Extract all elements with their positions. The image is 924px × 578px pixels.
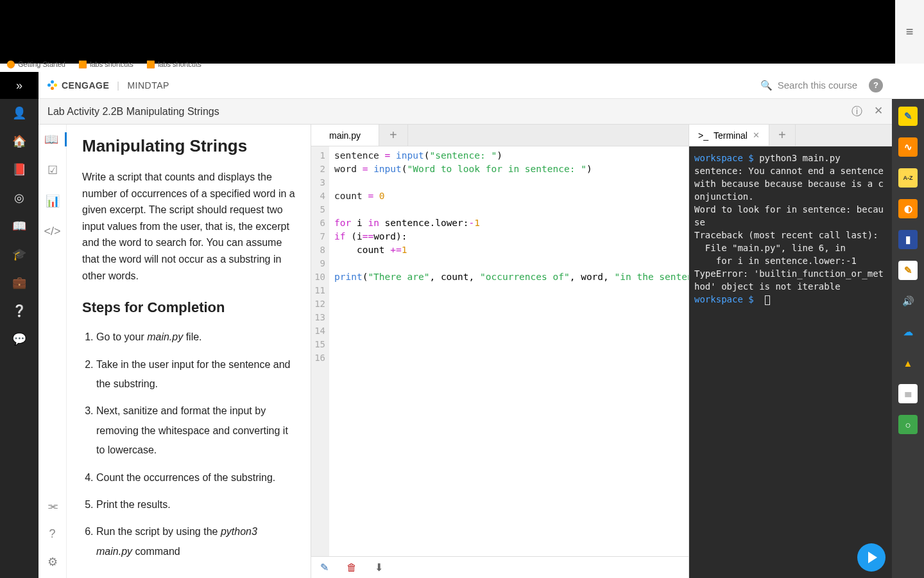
step-item: Next, sanitize and format the input by r…: [96, 401, 295, 460]
header-help-icon[interactable]: ?: [869, 78, 883, 92]
tool-notes[interactable]: ✎: [898, 261, 918, 280]
lesson-panel: Manipulating Strings Write a script that…: [67, 125, 311, 578]
edit-icon[interactable]: ✎: [320, 561, 329, 574]
tool-green-circle[interactable]: ○: [898, 415, 918, 434]
browser-chrome-redacted: [0, 0, 895, 64]
info-icon[interactable]: ⓘ: [851, 104, 862, 119]
tool-gdrive[interactable]: ▲: [898, 353, 918, 372]
editor-add-tab[interactable]: +: [379, 125, 408, 146]
book-icon[interactable]: 📕: [0, 155, 38, 184]
editor-tab-main[interactable]: main.py: [311, 125, 379, 146]
download-icon[interactable]: ⬇: [375, 561, 383, 574]
tool-orange-circle[interactable]: ◐: [898, 199, 918, 218]
line-gutter: 12345678910111213141516: [311, 146, 329, 556]
home-icon[interactable]: 🏠: [0, 127, 38, 155]
open-book-icon[interactable]: 📖: [0, 212, 38, 240]
tool-glossary[interactable]: A-Z: [898, 168, 918, 188]
bookmarks-bar: 🟠 Getting Started 🟧 labs shortcuts 🟧 lab…: [6, 60, 201, 69]
editor-tabs: main.py +: [311, 125, 689, 146]
activity-title: Lab Activity 2.2B Manipulating Strings: [47, 106, 219, 118]
terminal-tab[interactable]: >_ Terminal ✕: [689, 125, 769, 146]
feedback-icon[interactable]: 💬: [0, 325, 38, 353]
tool-readspeaker[interactable]: 🔊: [898, 292, 918, 311]
search-icon: 🔍: [760, 80, 773, 91]
app-header: CENGAGE | MINDTAP 🔍 Search this course ?: [38, 72, 892, 99]
terminal-tab-label: Terminal: [714, 130, 748, 141]
lesson-intro: Write a script that counts and displays …: [82, 169, 295, 284]
checklist-icon[interactable]: ☑: [38, 163, 67, 177]
code-body[interactable]: sentence = input("sentence: ") word = in…: [329, 146, 689, 556]
search-course[interactable]: 🔍 Search this course: [760, 80, 857, 91]
app-left-rail: » 👤 🏠 📕 ◎ 📖 🎓 💼 ❔ 💬: [0, 72, 38, 578]
brand-cengage: CENGAGE: [62, 80, 109, 91]
chart-icon[interactable]: 📊: [38, 194, 67, 208]
lesson-title: Manipulating Strings: [82, 136, 295, 156]
close-icon[interactable]: ✕: [874, 104, 883, 119]
terminal-icon: >_: [698, 130, 708, 141]
brand: CENGAGE | MINDTAP: [47, 80, 169, 91]
step-item: Take in the user input for the sentence …: [96, 355, 295, 394]
cengage-logo-icon: [47, 80, 58, 91]
tool-bookblue[interactable]: ▮: [898, 230, 918, 249]
code-icon[interactable]: </>: [38, 225, 67, 238]
close-terminal-tab-icon[interactable]: ✕: [753, 130, 760, 140]
settings-icon[interactable]: ⚙: [38, 555, 67, 569]
tool-stack[interactable]: ≣: [898, 384, 918, 403]
lesson-rail: 📖 ☑ 📊 </> ⫘ ? ⚙: [38, 125, 67, 578]
run-button[interactable]: [857, 543, 886, 572]
brand-mindtap: MINDTAP: [127, 80, 169, 91]
profile-icon[interactable]: 👤: [0, 99, 38, 127]
search-placeholder: Search this course: [778, 80, 857, 91]
steps-heading: Steps for Completion: [82, 299, 295, 316]
step-item: Run the script by using the python3 main…: [96, 522, 295, 561]
share-icon[interactable]: ⫘: [38, 500, 67, 513]
terminal-tabs: >_ Terminal ✕ +: [689, 125, 892, 146]
compass-icon[interactable]: ◎: [0, 184, 38, 212]
step-item: Print the results.: [96, 495, 295, 514]
help2-icon[interactable]: ?: [38, 527, 67, 541]
terminal-add-tab[interactable]: +: [769, 125, 796, 146]
breadcrumb-bar: Lab Activity 2.2B Manipulating Strings ⓘ…: [38, 99, 892, 125]
tool-onedrive[interactable]: ☁: [898, 322, 918, 342]
terminal-body[interactable]: workspace $ python3 main.py sentence: Yo…: [689, 146, 892, 578]
tool-rss[interactable]: ∿: [898, 137, 918, 157]
bookmark-item[interactable]: 🟠 Getting Started: [6, 60, 65, 69]
step-item: Go to your main.py file.: [96, 328, 295, 347]
graduation-icon[interactable]: 🎓: [0, 240, 38, 268]
tools-rail: ✎∿A-Z◐▮✎🔊☁▲≣○: [892, 99, 924, 578]
hamburger-menu-icon[interactable]: ≡: [895, 0, 924, 64]
briefcase-icon[interactable]: 💼: [0, 268, 38, 297]
help-icon[interactable]: ❔: [0, 297, 38, 325]
tool-highlighter[interactable]: ✎: [898, 107, 918, 126]
editor-toolbar: ✎ 🗑 ⬇: [311, 556, 689, 578]
expand-rail-button[interactable]: »: [0, 72, 38, 99]
step-item: Count the occurrences of the substring.: [96, 468, 295, 487]
read-tab-icon[interactable]: 📖: [38, 132, 67, 146]
bookmark-item[interactable]: 🟧 labs shortcuts: [146, 60, 201, 69]
steps-list: Go to your main.py file. Take in the use…: [82, 328, 295, 561]
code-editor: main.py + 12345678910111213141516 senten…: [311, 125, 689, 578]
delete-icon[interactable]: 🗑: [346, 562, 357, 574]
bookmark-item[interactable]: 🟧 labs shortcuts: [78, 60, 133, 69]
terminal-panel: >_ Terminal ✕ + workspace $ python3 main…: [689, 125, 892, 578]
